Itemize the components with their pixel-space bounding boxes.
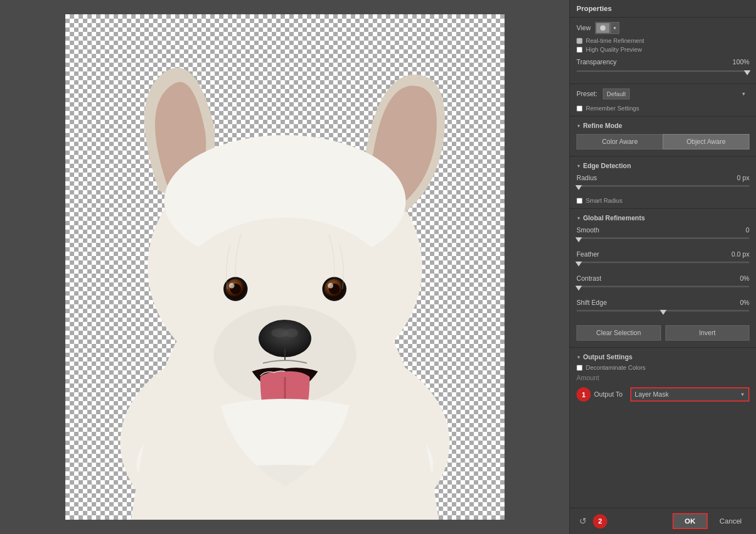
shift-edge-slider-area[interactable] bbox=[570, 307, 756, 321]
view-selector[interactable]: ▼ bbox=[595, 22, 619, 34]
shift-edge-value: 0% bbox=[740, 299, 749, 307]
real-time-refinement-row: Real-time Refinement bbox=[570, 36, 756, 45]
action-buttons: Clear Selection Invert bbox=[570, 321, 756, 345]
edge-detection-label: Edge Detection bbox=[583, 162, 631, 170]
bottom-badge: 2 bbox=[593, 514, 607, 529]
bottom-left: ↺ 2 bbox=[576, 514, 607, 529]
decontaminate-colors-checkbox[interactable] bbox=[576, 365, 583, 371]
shift-edge-row: Shift Edge 0% bbox=[570, 297, 756, 307]
shift-edge-label: Shift Edge bbox=[576, 299, 607, 307]
panel-title: Properties bbox=[570, 0, 756, 18]
svg-point-21 bbox=[600, 25, 606, 31]
feather-row: Feather 0.0 px bbox=[570, 248, 756, 258]
edge-detection-header[interactable]: ▼ Edge Detection bbox=[570, 159, 756, 172]
radius-value: 0 px bbox=[737, 174, 749, 182]
smooth-row: Smooth 0 bbox=[570, 224, 756, 234]
high-quality-preview-checkbox[interactable] bbox=[576, 47, 583, 53]
remember-settings-checkbox[interactable] bbox=[576, 105, 583, 112]
invert-button[interactable]: Invert bbox=[665, 325, 750, 341]
smooth-value: 0 bbox=[746, 226, 749, 234]
global-refinements-label: Global Refinements bbox=[583, 214, 645, 222]
global-refinements-header[interactable]: ▼ Global Refinements bbox=[570, 211, 756, 224]
amount-label: Amount bbox=[576, 374, 599, 382]
svg-point-16 bbox=[285, 329, 298, 337]
canvas-area bbox=[0, 0, 569, 534]
cancel-button[interactable]: Cancel bbox=[712, 514, 749, 528]
feather-value: 0.0 px bbox=[731, 251, 749, 258]
radius-slider-area[interactable] bbox=[570, 182, 756, 196]
high-quality-preview-row: High Quality Preview bbox=[570, 45, 756, 54]
view-thumbnail[interactable] bbox=[595, 22, 611, 34]
contrast-label: Contrast bbox=[576, 275, 601, 282]
output-to-row: 1 Output To Layer Mask bbox=[570, 384, 756, 406]
feather-slider-area[interactable] bbox=[570, 258, 756, 272]
radius-label: Radius bbox=[576, 174, 597, 182]
transparency-label: Transparency bbox=[576, 58, 617, 66]
amount-row: Amount bbox=[570, 372, 756, 384]
view-dropdown-arrow[interactable]: ▼ bbox=[611, 22, 619, 34]
preset-label: Preset: bbox=[576, 90, 598, 98]
color-aware-button[interactable]: Color Aware bbox=[576, 134, 663, 149]
output-to-dropdown[interactable]: Layer Mask bbox=[631, 388, 748, 400]
right-panel: Properties View ▼ bbox=[569, 0, 756, 534]
real-time-refinement-label: Real-time Refinement bbox=[586, 37, 644, 44]
decontaminate-colors-row: Decontaminate Colors bbox=[570, 363, 756, 372]
view-label: View bbox=[576, 24, 591, 32]
reset-icon[interactable]: ↺ bbox=[576, 515, 589, 527]
bottom-right: OK Cancel bbox=[673, 513, 749, 529]
contrast-value: 0% bbox=[740, 275, 749, 282]
svg-point-9 bbox=[229, 283, 234, 288]
output-to-dropdown-wrapper[interactable]: Layer Mask bbox=[630, 387, 749, 402]
object-aware-button[interactable]: Object Aware bbox=[663, 134, 749, 149]
transparency-value: 100% bbox=[732, 58, 749, 66]
output-badge: 1 bbox=[576, 387, 591, 402]
contrast-slider-area[interactable] bbox=[570, 282, 756, 297]
smart-radius-row: Smart Radius bbox=[570, 196, 756, 205]
edge-detection-arrow: ▼ bbox=[576, 164, 581, 169]
refine-mode-label: Refine Mode bbox=[583, 122, 622, 130]
svg-point-13 bbox=[328, 283, 333, 288]
smooth-slider-area[interactable] bbox=[570, 234, 756, 248]
smooth-label: Smooth bbox=[576, 226, 599, 234]
output-settings-arrow: ▼ bbox=[576, 355, 581, 360]
contrast-row: Contrast 0% bbox=[570, 272, 756, 282]
preset-dropdown[interactable]: Default bbox=[603, 88, 630, 99]
refine-mode-buttons: Color Aware Object Aware bbox=[570, 132, 756, 154]
remember-settings-row: Remember Settings bbox=[570, 104, 756, 113]
refine-mode-arrow: ▼ bbox=[576, 124, 581, 129]
bottom-bar: ↺ 2 OK Cancel bbox=[570, 508, 756, 534]
ok-button[interactable]: OK bbox=[673, 513, 708, 529]
transparency-slider-area bbox=[570, 67, 756, 81]
decontaminate-colors-label: Decontaminate Colors bbox=[586, 364, 646, 371]
smart-radius-label: Smart Radius bbox=[586, 197, 623, 204]
real-time-refinement-checkbox[interactable] bbox=[576, 38, 583, 44]
clear-selection-button[interactable]: Clear Selection bbox=[576, 325, 661, 341]
preset-dropdown-wrapper[interactable]: Default bbox=[603, 88, 749, 99]
remember-settings-label: Remember Settings bbox=[586, 105, 639, 112]
preset-row: Preset: Default bbox=[570, 86, 756, 104]
high-quality-preview-label: High Quality Preview bbox=[586, 46, 642, 53]
output-to-label: Output To bbox=[594, 391, 627, 398]
output-settings-header[interactable]: ▼ Output Settings bbox=[570, 350, 756, 363]
radius-row: Radius 0 px bbox=[570, 172, 756, 182]
refine-mode-header[interactable]: ▼ Refine Mode bbox=[570, 119, 756, 132]
global-refinements-arrow: ▼ bbox=[576, 216, 581, 221]
smart-radius-checkbox[interactable] bbox=[576, 198, 583, 204]
transparency-row: Transparency 100% bbox=[570, 54, 756, 67]
output-settings-label: Output Settings bbox=[583, 353, 632, 361]
view-row: View ▼ bbox=[570, 18, 756, 36]
feather-label: Feather bbox=[576, 251, 599, 258]
